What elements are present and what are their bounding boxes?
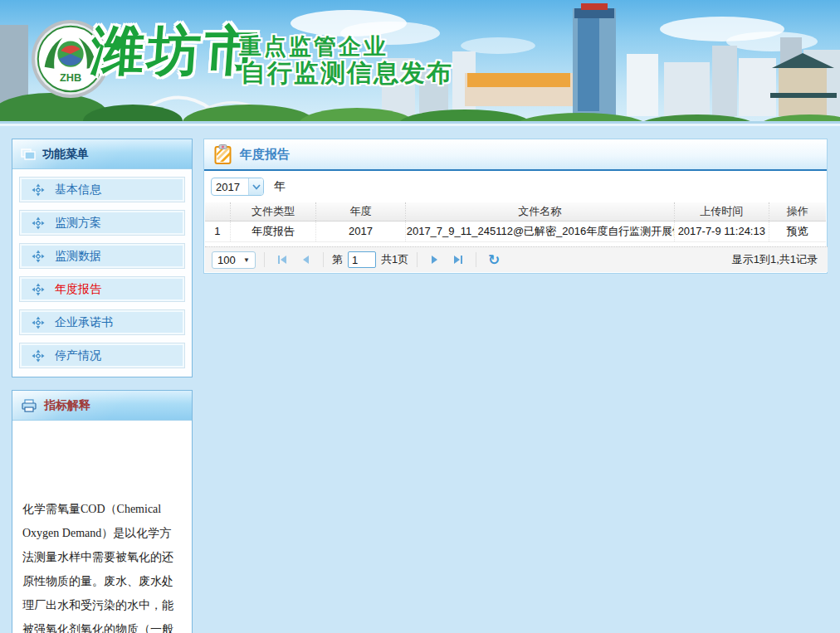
cell-file-type: 年度报告 [230,221,315,241]
sidebar-item-label: 基本信息 [55,183,101,197]
indicator-explanation-text: 化学需氧量COD（Chemical Oxygen Demand）是以化学方法测量… [12,421,192,633]
sidebar-item-label: 企业承诺书 [55,315,113,330]
preview-link[interactable]: 预览 [787,225,808,237]
year-select[interactable]: 2017 [211,178,264,196]
page-prefix-label: 第 [332,252,343,267]
function-menu-title: 功能菜单 [42,147,89,162]
site-city-name: 潍坊市 [89,15,263,87]
header-banner: ZHB 潍坊市 重点监管企业 自行监测信息发布 [0,0,840,126]
sidebar-item-basic-info[interactable]: 基本信息 [19,177,185,202]
sidebar-item-monitoring-data[interactable]: 监测数据 [19,243,185,269]
indicator-explanation-panel: 指标解释 化学需氧量COD（Chemical Oxygen Demand）是以化… [12,390,193,633]
clipboard-icon [214,144,232,164]
annual-report-panel: 年度报告 2017 年 文件类型 年度 文件名称 上传时间 操作 [203,139,828,274]
next-page-button[interactable] [426,251,444,269]
dropdown-arrow-icon: ▼ [243,256,250,264]
refresh-icon[interactable]: ↻ [485,251,503,269]
compass-arrows-icon [32,217,45,230]
table-row[interactable]: 1 年度报告 2017 2017_7_9_11_245112@已解密_2016年… [205,221,826,241]
cell-upload-time: 2017-7-9 11:24:13 [675,221,769,241]
indicator-explanation-title: 指标解释 [44,398,90,413]
function-menu-panel: 功能菜单 基本信息 监测方案 监测数据 年度报告 企业承诺 [12,139,193,377]
first-page-button[interactable] [273,251,291,269]
col-year: 年度 [316,202,405,221]
year-select-value: 2017 [212,181,248,193]
compass-arrows-icon [32,349,45,363]
col-row-number [205,202,230,221]
folder-icon [21,149,36,160]
pager-divider [264,252,265,267]
page-size-select[interactable]: 100 ▼ [212,251,256,269]
prev-page-button[interactable] [296,251,315,269]
sidebar-item-label: 年度报告 [55,282,101,297]
indicator-explanation-header: 指标解释 [12,391,192,421]
page-title: 年度报告 [240,147,290,163]
cell-year: 2017 [316,221,405,241]
svg-text:ZHB: ZHB [60,71,81,84]
col-upload-time: 上传时间 [675,202,769,221]
last-page-button[interactable] [449,251,467,269]
year-unit-label: 年 [274,179,286,194]
pager-divider [323,252,324,267]
cell-file-name: 2017_7_9_11_245112@已解密_2016年度自行监测开展情况年 [405,221,674,241]
annual-report-header: 年度报告 [204,139,827,171]
pagination-summary: 显示1到1,共1记录 [732,252,821,267]
page-total-label: 共1页 [381,252,408,267]
page-number-input[interactable] [348,251,376,268]
pagination-bar: 100 ▼ 第 共1页 ↻ 显示1到1,共1记录 [205,246,828,272]
page-size-value: 100 [217,254,236,266]
sidebar-item-production-halt[interactable]: 停产情况 [19,343,185,368]
pager-divider [476,252,476,267]
site-subtitle-2: 自行监测信息发布 [241,56,453,90]
sidebar-item-commitment-letter[interactable]: 企业承诺书 [19,309,185,335]
chevron-down-icon[interactable] [248,178,263,195]
sidebar-item-annual-report[interactable]: 年度报告 [19,276,185,302]
annual-report-table: 文件类型 年度 文件名称 上传时间 操作 1 年度报告 2017 2017_7_… [205,202,826,242]
sidebar-item-label: 停产情况 [55,348,101,363]
compass-arrows-icon [32,183,45,197]
table-header-row: 文件类型 年度 文件名称 上传时间 操作 [205,202,826,221]
pager-divider [417,252,418,267]
col-file-type: 文件类型 [230,202,315,221]
sidebar-item-label: 监测方案 [55,216,101,231]
cell-row-number: 1 [205,221,230,241]
sidebar-item-label: 监测数据 [55,249,101,264]
col-file-name: 文件名称 [405,202,674,221]
col-action: 操作 [769,202,826,221]
compass-arrows-icon [32,283,45,296]
compass-arrows-icon [32,316,45,329]
year-filter-row: 2017 年 [204,171,827,202]
compass-arrows-icon [32,250,45,263]
function-menu-header: 功能菜单 [12,139,192,169]
printer-icon [21,399,37,412]
sidebar-item-monitoring-plan[interactable]: 监测方案 [19,210,185,236]
